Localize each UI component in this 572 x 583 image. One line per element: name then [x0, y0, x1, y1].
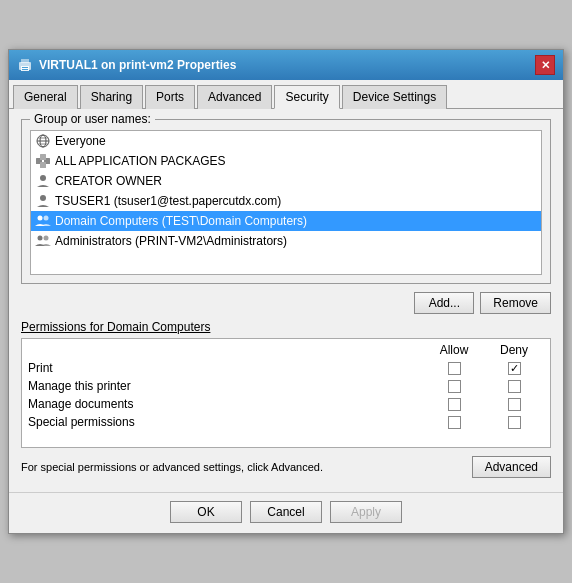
user-action-buttons: Add... Remove: [21, 292, 551, 314]
footer-note: For special permissions or advanced sett…: [21, 461, 323, 473]
perm-print-deny-checkbox[interactable]: [484, 362, 544, 375]
perm-row-manage-documents: Manage documents: [28, 395, 544, 413]
perm-manage-printer-deny-checkbox[interactable]: [484, 380, 544, 393]
tab-security[interactable]: Security: [274, 85, 339, 109]
checkbox-print-deny[interactable]: [508, 362, 521, 375]
group-users-box: Group or user names: Everyone: [21, 119, 551, 284]
perm-row-print: Print: [28, 359, 544, 377]
perm-name-manage-documents: Manage documents: [28, 397, 424, 411]
perm-row-manage-printer: Manage this printer: [28, 377, 544, 395]
svg-point-19: [44, 236, 49, 241]
svg-rect-3: [22, 67, 28, 68]
checkbox-manage-printer-allow[interactable]: [448, 380, 461, 393]
user-name-creator-owner: CREATOR OWNER: [55, 174, 162, 188]
dialog-buttons: OK Cancel Apply: [9, 492, 563, 533]
user-group-icon-domain: [35, 213, 51, 229]
tab-ports[interactable]: Ports: [145, 85, 195, 109]
svg-point-17: [44, 216, 49, 221]
perm-special-allow-checkbox[interactable]: [424, 416, 484, 429]
world-icon: [35, 133, 51, 149]
perm-col-name: [28, 343, 424, 357]
cancel-button[interactable]: Cancel: [250, 501, 322, 523]
perm-special-deny-checkbox[interactable]: [484, 416, 544, 429]
svg-rect-13: [40, 162, 46, 168]
svg-rect-1: [21, 59, 29, 63]
tab-general[interactable]: General: [13, 85, 78, 109]
permissions-label: Permissions for Domain Computers: [21, 320, 551, 334]
permissions-header: Allow Deny: [28, 343, 544, 357]
perm-manage-docs-deny-checkbox[interactable]: [484, 398, 544, 411]
tab-device-settings[interactable]: Device Settings: [342, 85, 447, 109]
svg-point-16: [38, 216, 43, 221]
permissions-box: Allow Deny Print Manage this printer: [21, 338, 551, 448]
checkbox-manage-docs-allow[interactable]: [448, 398, 461, 411]
svg-rect-12: [40, 154, 46, 160]
svg-rect-2: [21, 66, 29, 71]
perm-manage-printer-allow-checkbox[interactable]: [424, 380, 484, 393]
checkbox-print-allow[interactable]: [448, 362, 461, 375]
user-item-tsuser1[interactable]: TSUSER1 (tsuser1@test.papercutdx.com): [31, 191, 541, 211]
user-name-domain-computers: Domain Computers (TEST\Domain Computers): [55, 214, 307, 228]
title-bar: VIRTUAL1 on print-vm2 Properties ✕: [9, 50, 563, 80]
perm-col-allow: Allow: [424, 343, 484, 357]
perm-name-manage-printer: Manage this printer: [28, 379, 424, 393]
user-icon-creator: [35, 173, 51, 189]
content-area: Group or user names: Everyone: [9, 109, 563, 488]
footer-row: For special permissions or advanced sett…: [21, 456, 551, 478]
apply-button[interactable]: Apply: [330, 501, 402, 523]
advanced-button[interactable]: Advanced: [472, 456, 551, 478]
user-item-creator-owner[interactable]: CREATOR OWNER: [31, 171, 541, 191]
user-item-administrators[interactable]: Administrators (PRINT-VM2\Administrators…: [31, 231, 541, 251]
user-item-everyone[interactable]: Everyone: [31, 131, 541, 151]
title-bar-left: VIRTUAL1 on print-vm2 Properties: [17, 57, 236, 73]
user-item-all-app-packages[interactable]: ALL APPLICATION PACKAGES: [31, 151, 541, 171]
user-name-all-app-packages: ALL APPLICATION PACKAGES: [55, 154, 226, 168]
printer-icon: [17, 57, 33, 73]
checkbox-manage-docs-deny[interactable]: [508, 398, 521, 411]
properties-window: VIRTUAL1 on print-vm2 Properties ✕ Gener…: [8, 49, 564, 534]
group-users-label: Group or user names:: [30, 112, 155, 126]
perm-col-deny: Deny: [484, 343, 544, 357]
add-button[interactable]: Add...: [414, 292, 474, 314]
user-name-administrators: Administrators (PRINT-VM2\Administrators…: [55, 234, 287, 248]
checkbox-special-allow[interactable]: [448, 416, 461, 429]
user-group-icon-admin: [35, 233, 51, 249]
window-title: VIRTUAL1 on print-vm2 Properties: [39, 58, 236, 72]
perm-manage-docs-allow-checkbox[interactable]: [424, 398, 484, 411]
user-icon-tsuser1: [35, 193, 51, 209]
checkbox-manage-printer-deny[interactable]: [508, 380, 521, 393]
svg-point-15: [40, 195, 46, 201]
checkbox-special-deny[interactable]: [508, 416, 521, 429]
tab-advanced[interactable]: Advanced: [197, 85, 272, 109]
perm-name-print: Print: [28, 361, 424, 375]
svg-rect-4: [22, 69, 28, 70]
user-name-tsuser1: TSUSER1 (tsuser1@test.papercutdx.com): [55, 194, 281, 208]
packages-icon: [35, 153, 51, 169]
ok-button[interactable]: OK: [170, 501, 242, 523]
svg-point-14: [40, 175, 46, 181]
perm-row-special-permissions: Special permissions: [28, 413, 544, 431]
user-item-domain-computers[interactable]: Domain Computers (TEST\Domain Computers): [31, 211, 541, 231]
perm-name-special-permissions: Special permissions: [28, 415, 424, 429]
svg-point-18: [38, 236, 43, 241]
tabs-bar: General Sharing Ports Advanced Security …: [9, 80, 563, 109]
user-name-everyone: Everyone: [55, 134, 106, 148]
tab-sharing[interactable]: Sharing: [80, 85, 143, 109]
close-button[interactable]: ✕: [535, 55, 555, 75]
perm-print-allow-checkbox[interactable]: [424, 362, 484, 375]
user-list[interactable]: Everyone ALL APPLICATION PACKAGES: [30, 130, 542, 275]
remove-button[interactable]: Remove: [480, 292, 551, 314]
